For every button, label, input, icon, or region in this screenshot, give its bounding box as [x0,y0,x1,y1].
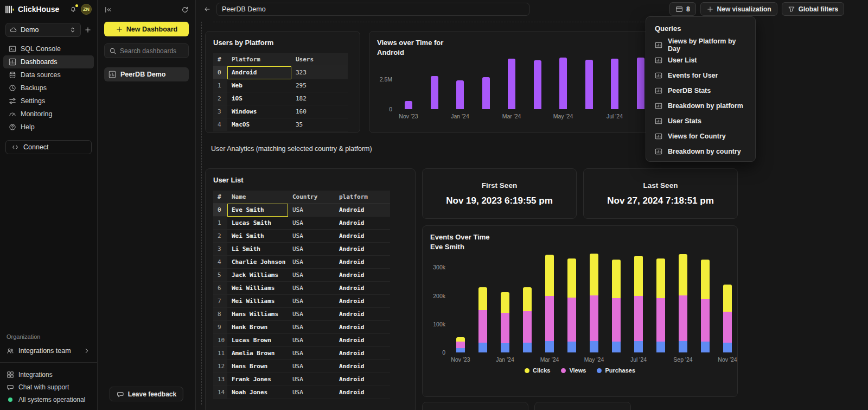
sidebar-item-help[interactable]: Help [3,121,94,134]
chart-bar-segment [723,343,732,352]
queries-menu-item[interactable]: Breakdown by country [646,144,755,159]
sidebar-item-dashboards[interactable]: Dashboards [3,55,94,68]
row-index-cell: 1 [213,217,227,230]
queries-menu-item[interactable]: PeerDB Stats [646,83,755,98]
events-over-time-chart: 300k200k100k0Nov '23Jan '24Mar '24May '2… [423,226,737,396]
sidebar-item-integrations-team[interactable]: Integrations team [0,344,97,358]
x-axis-tick: Nov '24 [714,356,737,363]
sidebar-nav: SQL ConsoleDashboardsData sourcesBackups… [0,42,97,134]
queries-menu-item[interactable]: Breakdown by platform [646,98,755,113]
chart-bar-segment [656,342,665,352]
table-row[interactable]: 10Lucas BrownUSAAndroid [213,334,390,347]
plus-icon [116,26,123,33]
cell: USA [288,295,335,308]
table-row[interactable]: 14Noah JonesUSAAndroid [213,386,390,399]
table-row[interactable]: 2Wei SmithUSAAndroid [213,230,390,243]
chart-bar-segment [523,311,532,343]
sidebar-item-data-sources[interactable]: Data sources [3,68,94,81]
sidebar-item-settings[interactable]: Settings [3,94,94,108]
cell: USA [288,217,335,230]
cell: Android [335,334,390,347]
column-header: # [213,191,227,204]
query-icon [655,148,662,155]
gauge-icon [9,110,16,118]
table-row[interactable]: 8Hans WilliamsUSAAndroid [213,308,390,321]
connect-button[interactable]: Connect [5,140,92,154]
views-dot-icon [561,368,566,373]
column-header: Users [291,53,348,66]
queries-menu-item[interactable]: Views by Platform by Day [646,37,755,53]
table-row[interactable]: 1Lucas SmithUSAAndroid [213,217,390,230]
chart-bar-segment [501,343,509,352]
dashboards-panel: New Dashboard PeerDB Demo Leave feedback [98,0,196,410]
table-row[interactable]: 0Eve SmithUSAAndroid [213,204,390,217]
table-row[interactable]: 1Web295 [213,79,348,92]
queries-menu-item[interactable]: Events for User [646,68,755,83]
chart-bar-segment [501,292,509,313]
sidebar-item-integrations[interactable]: Integrations [0,368,97,381]
dashboard-list-item[interactable]: PeerDB Demo [104,67,189,81]
queries-menu-item[interactable]: Views for Country [646,129,755,144]
table-row[interactable]: 3Windows160 [213,105,348,118]
nav-label: Settings [21,97,45,105]
cell: USA [288,360,335,373]
chart-bar [456,80,464,109]
sidebar-item-sql-console[interactable]: SQL Console [3,42,94,55]
table-row[interactable]: 11Amelia BrownUSAAndroid [213,347,390,360]
table-row[interactable]: 0Android323 [213,66,348,79]
cell: iOS [227,92,291,105]
cell: USA [288,373,335,386]
chart-bar-segment [701,260,710,299]
chart-bar-segment [612,260,621,298]
table-row[interactable]: 6Wei WilliamsUSAAndroid [213,282,390,295]
workspace-name: Demo [21,26,39,34]
chat-support-label: Chat with support [18,383,69,391]
cell: Android [335,204,390,217]
table-row[interactable]: 9Hank BrownUSAAndroid [213,321,390,334]
table-row[interactable]: 4Charlie JohnsonUSAAndroid [213,256,390,269]
help-icon [9,123,16,131]
table-row[interactable]: 7Mei WilliamsUSAAndroid [213,295,390,308]
sidebar: ClickHouse ZN Demo SQL ConsoleDashboards… [0,0,98,410]
people-icon [7,347,14,355]
queries-menu-item[interactable]: User Stats [646,113,755,129]
workspace-selector[interactable]: Demo [5,23,81,37]
workspace-row: Demo [0,18,97,42]
table-row[interactable]: 12Hans BrownUSAAndroid [213,360,390,373]
chart-legend: ClicksViewsPurchases [423,367,737,374]
collapse-sidebar-icon[interactable] [104,6,112,14]
nav-label: SQL Console [21,45,61,53]
clickhouse-logo-icon[interactable] [5,5,15,14]
query-label: User Stats [668,117,701,125]
table-row[interactable]: 3Li SmithUSAAndroid [213,243,390,256]
row-index-cell: 12 [213,360,227,373]
new-dashboard-button[interactable]: New Dashboard [104,22,189,36]
chart-bar-segment [590,254,598,295]
chart-bar-segment [679,254,687,295]
refresh-icon[interactable] [181,6,189,14]
add-service-button[interactable] [84,26,92,34]
system-status[interactable]: All systems operational [0,393,97,406]
cell: USA [288,269,335,282]
chart-bar [431,76,438,109]
sidebar-item-backups[interactable]: Backups [3,81,94,94]
table-row[interactable]: 13Frank JonesUSAAndroid [213,373,390,386]
cell: Android [335,269,390,282]
chart-bar [611,59,618,109]
column-header: Country [288,191,335,204]
query-label: Views for Country [668,133,726,140]
sidebar-item-monitoring[interactable]: Monitoring [3,108,94,121]
notifications-bell-icon[interactable] [69,5,77,13]
avatar[interactable]: ZN [81,4,92,15]
table-row[interactable]: 4MacOS35 [213,118,348,131]
dashboard-search [104,43,189,58]
dashboard-search-input[interactable] [120,47,184,55]
chart-bar [585,60,593,109]
table-row[interactable]: 2iOS182 [213,92,348,105]
nav-label: Data sources [21,71,61,79]
cell: Windows [227,105,291,118]
table-row[interactable]: 5Jack WilliamsUSAAndroid [213,269,390,282]
leave-feedback-button[interactable]: Leave feedback [110,387,183,401]
sidebar-item-chat-support[interactable]: Chat with support [0,381,97,393]
queries-menu-item[interactable]: User List [646,53,755,68]
